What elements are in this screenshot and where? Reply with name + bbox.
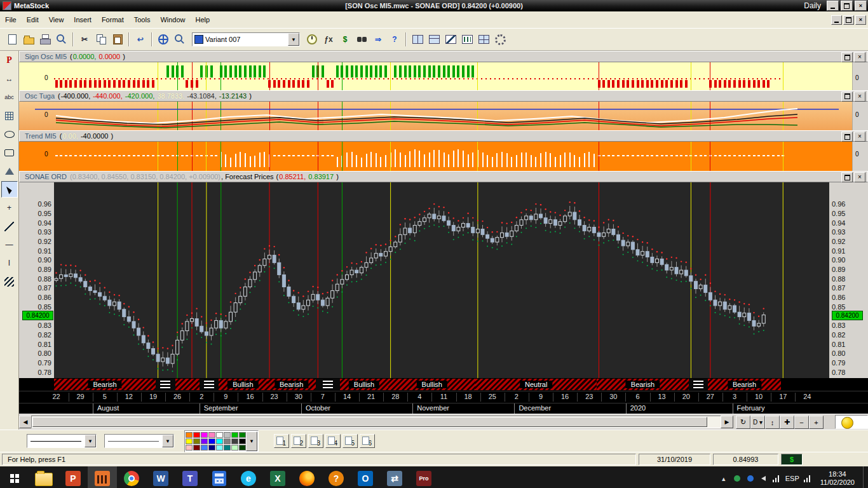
taskbar-clock[interactable]: 18:3411/02/2020	[817, 470, 858, 487]
variant-combo[interactable]: Variant 007▼	[192, 32, 300, 46]
rectangle-tool-button[interactable]	[1, 144, 18, 161]
child-close-button[interactable]: ×	[855, 15, 866, 25]
palette-color[interactable]	[193, 432, 200, 438]
layout-button-5[interactable]: 5	[342, 434, 358, 448]
palette-color[interactable]	[186, 445, 193, 451]
palette-color[interactable]	[208, 445, 215, 451]
line-style-combo[interactable]: ▼	[27, 434, 97, 448]
taskbar-excel-button[interactable]: X	[263, 466, 292, 488]
palette-color[interactable]	[216, 445, 223, 451]
menu-format[interactable]: Format	[97, 14, 129, 25]
palette-color[interactable]	[239, 445, 246, 451]
panel-close-button[interactable]: ×	[854, 92, 865, 102]
palette-color[interactable]	[186, 432, 193, 438]
palette-color[interactable]	[193, 445, 200, 451]
taskbar-teams-button[interactable]: T	[175, 466, 205, 488]
child-restore-button[interactable]	[843, 15, 854, 25]
combo-arrow-icon[interactable]: ▼	[162, 435, 173, 447]
palette-color[interactable]	[193, 438, 200, 444]
pointer-mode-button[interactable]: ↔	[1, 71, 18, 87]
new-inner-window-button[interactable]	[426, 31, 442, 48]
tile-windows-button[interactable]	[409, 31, 426, 48]
tray-language-label[interactable]: ESP	[785, 475, 799, 482]
print-preview-button[interactable]	[53, 31, 70, 48]
line-weight-combo[interactable]: ▼	[104, 434, 174, 448]
explorer-binoculars-button[interactable]	[353, 31, 370, 48]
help-pointer-button[interactable]: ?	[386, 31, 403, 48]
palette-color[interactable]	[224, 432, 231, 438]
palette-color[interactable]	[186, 438, 193, 444]
panel-close-button[interactable]: ×	[854, 52, 865, 62]
paste-button[interactable]	[109, 31, 126, 48]
symbol-palette-button[interactable]	[1, 107, 18, 124]
menu-help[interactable]: Help	[191, 14, 215, 25]
layout-button-2[interactable]: 2	[291, 434, 306, 448]
scroll-left-button[interactable]: ◀	[19, 416, 32, 428]
color-palette[interactable]: ▼	[184, 430, 259, 452]
signal-icon[interactable]	[804, 475, 812, 482]
window-minimize-button[interactable]	[827, 1, 839, 11]
taskbar-word-button[interactable]: W	[146, 466, 175, 488]
taskbar-firefox-button[interactable]	[292, 466, 322, 488]
tray-app-icon[interactable]	[746, 475, 755, 482]
palette-color[interactable]	[239, 438, 246, 444]
taskbar-internet-explorer-button[interactable]: e	[234, 466, 263, 488]
window-close-button[interactable]: ×	[855, 1, 867, 11]
candle-chart-button[interactable]	[459, 31, 475, 48]
menu-tools[interactable]: Tools	[129, 14, 156, 25]
palette-color[interactable]	[201, 432, 208, 438]
palette-color[interactable]	[208, 438, 215, 444]
taskbar-help-button[interactable]: ?	[322, 466, 351, 488]
taskbar-metastock-button[interactable]	[88, 466, 117, 488]
combo-arrow-icon[interactable]: ▼	[85, 435, 96, 447]
indicator-fx-button[interactable]: ƒx	[320, 31, 337, 48]
expert-advisor-arrow-button[interactable]: ⇒	[370, 31, 386, 48]
panel-header-osc-tuga[interactable]: Osc Tuga (-400.000, -440.000, -420.000, …	[19, 90, 868, 102]
layout-button-3[interactable]: 3	[308, 434, 323, 448]
ellipse-tool-button[interactable]	[1, 126, 18, 142]
print-button[interactable]	[37, 31, 53, 48]
taskbar-explorer-button[interactable]	[29, 466, 58, 488]
crosshair-button[interactable]	[155, 31, 172, 48]
scrollbar-track[interactable]	[31, 416, 721, 428]
zoom-button[interactable]	[172, 31, 188, 48]
zoom-in-button[interactable]: +	[809, 416, 824, 429]
palette-color[interactable]	[239, 432, 246, 438]
layout-button-6[interactable]: 6	[360, 434, 375, 448]
panel-restore-button[interactable]	[841, 52, 853, 62]
show-desktop-button[interactable]	[863, 466, 867, 488]
money-management-button[interactable]: $	[337, 31, 353, 48]
sign-osc-panel[interactable]: 0 0	[19, 62, 868, 90]
panel-header-price[interactable]: SONAE ORD (0.83400, 0.84550, 0.83150, 0.…	[19, 171, 868, 182]
taskbar-calculator-button[interactable]	[205, 466, 234, 488]
pan-button[interactable]: ✚	[780, 416, 794, 429]
periodicity-button[interactable]: D ▾	[750, 416, 765, 429]
palette-color[interactable]	[208, 432, 215, 438]
volume-icon[interactable]	[759, 476, 768, 481]
open-chart-button[interactable]	[20, 31, 37, 48]
child-minimize-button[interactable]	[831, 15, 842, 25]
trendline-tool-button[interactable]	[1, 218, 18, 234]
panel-close-button[interactable]: ×	[854, 132, 865, 142]
palette-color[interactable]	[231, 445, 238, 451]
palette-color[interactable]	[216, 438, 223, 444]
panel-header-sign-osc[interactable]: Sign Osc MI5 (0.0000, 0.0000 ) ×	[19, 51, 868, 62]
text-note-button[interactable]: abc	[1, 89, 18, 105]
horizontal-line-tool-button[interactable]: —	[1, 236, 18, 253]
panel-close-button[interactable]: ×	[854, 172, 865, 182]
tray-antivirus-icon[interactable]	[733, 475, 742, 482]
taskbar-outlook-button[interactable]: O	[351, 466, 380, 488]
candlestick-plot[interactable]	[54, 182, 829, 378]
options-gear-button[interactable]	[492, 31, 508, 48]
price-chart-panel[interactable]: 0.84200 0.84200 0.960.960.950.950.940.94…	[19, 182, 868, 378]
network-icon[interactable]	[773, 475, 781, 482]
trend-panel[interactable]: 0 0	[19, 142, 868, 171]
tray-expand-icon[interactable]: ▴	[719, 475, 728, 483]
cut-button[interactable]: ✂	[76, 31, 93, 48]
panel-restore-button[interactable]	[841, 172, 853, 182]
window-restore-button[interactable]	[841, 1, 853, 11]
triangle-tool-button[interactable]	[1, 163, 18, 179]
panel-header-trend[interactable]: Trend MI5 (0.00, -40.0000 ) ×	[19, 130, 868, 142]
palette-color[interactable]	[201, 445, 208, 451]
power-console-button[interactable]: P	[1, 52, 18, 69]
